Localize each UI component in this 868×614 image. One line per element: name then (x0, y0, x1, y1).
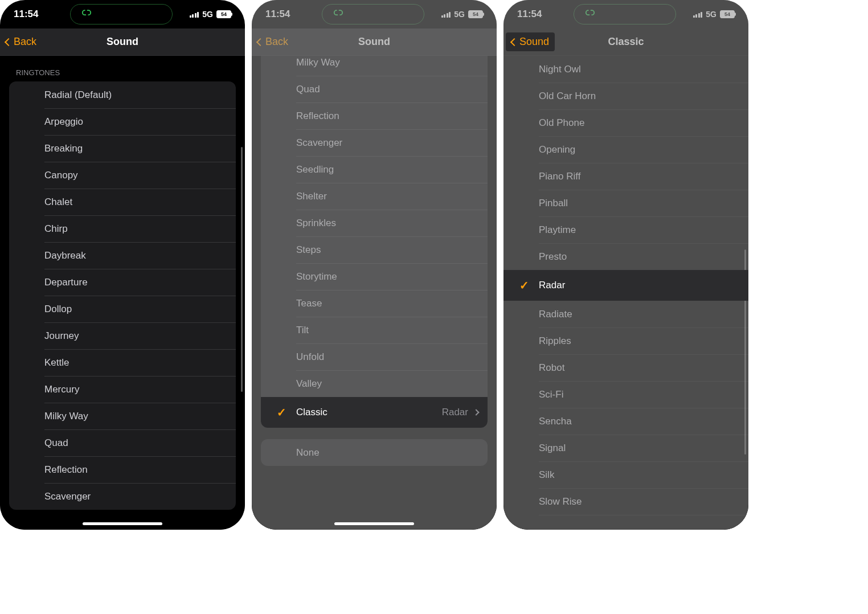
list-item[interactable]: Valley (261, 370, 488, 397)
list-item[interactable]: Radiate (503, 301, 748, 328)
status-bar: 11:54 5G 54 (503, 0, 748, 28)
list-item[interactable]: Storytime (261, 263, 488, 290)
list-item[interactable]: Pinball (503, 190, 748, 216)
list-item[interactable]: Night Owl (503, 56, 748, 83)
list-item[interactable]: Playtime (503, 216, 748, 243)
list-item[interactable]: Tilt (261, 317, 488, 343)
list-item-none[interactable]: None (261, 439, 488, 466)
back-button[interactable]: Sound (506, 32, 555, 51)
back-button[interactable]: Back (0, 36, 42, 48)
chevron-left-icon (5, 38, 13, 46)
back-button[interactable]: Back (252, 36, 294, 48)
list-item[interactable]: Signal (503, 435, 748, 461)
home-indicator[interactable] (83, 522, 162, 525)
content-area: RINGTONES Radial (Default) Arpeggio Brea… (0, 56, 245, 530)
page-title: Sound (358, 36, 390, 48)
list-item[interactable]: Departure (9, 269, 236, 296)
chevron-left-icon (510, 38, 518, 46)
page-title: Sound (107, 36, 138, 48)
list-item[interactable]: Quad (9, 429, 236, 456)
chevron-right-icon (473, 409, 479, 415)
phone-panel-1: 11:54 5G 54 Back Sound RINGTONES Radial … (0, 0, 245, 530)
nav-bar: Back Sound (252, 28, 497, 56)
list-item[interactable]: Seedling (261, 156, 488, 183)
list-item[interactable]: Breaking (9, 135, 236, 162)
list-item[interactable]: Piano Riff (503, 163, 748, 190)
list-item[interactable]: Chirp (9, 215, 236, 242)
list-item[interactable]: Reflection (9, 456, 236, 483)
list-item[interactable]: Journey (9, 322, 236, 349)
list-item[interactable]: Sprinkles (261, 210, 488, 236)
signal-icon (190, 11, 199, 18)
section-header: RINGTONES (0, 56, 245, 81)
status-bar: 11:54 5G 54 (252, 0, 497, 28)
list-item[interactable]: Mercury (9, 376, 236, 403)
list-item[interactable]: Sci-Fi (503, 381, 748, 408)
list-item-selected[interactable]: ✓ Radar (503, 270, 748, 301)
dynamic-island[interactable] (70, 4, 173, 24)
signal-icon (441, 11, 451, 18)
battery-icon: 54 (468, 10, 483, 18)
list-item[interactable]: Unfold (261, 343, 488, 370)
list-item[interactable]: Reflection (261, 103, 488, 129)
phone-panel-2: 11:54 5G 54 Back Sound Milky Way Quad Re… (252, 0, 497, 530)
nav-bar: Back Sound (0, 28, 245, 56)
home-indicator[interactable] (334, 522, 414, 525)
phone-panel-3: 11:54 5G 54 Sound Classic Night Owl Old … (503, 0, 748, 530)
back-label: Back (265, 36, 288, 48)
list-item[interactable]: Tease (261, 290, 488, 317)
list-item[interactable]: Radial (Default) (9, 81, 236, 108)
list-item[interactable]: Ripples (503, 328, 748, 354)
list-item[interactable]: Quad (261, 76, 488, 103)
list-item[interactable]: Dollop (9, 296, 236, 322)
list-item[interactable]: Slow Rise (503, 488, 748, 515)
dynamic-island[interactable] (574, 4, 676, 24)
list-item[interactable]: Chalet (9, 189, 236, 215)
status-time: 11:54 (265, 9, 305, 20)
none-group: None (261, 439, 488, 466)
network-label: 5G (202, 10, 213, 19)
content-area: Night Owl Old Car Horn Old Phone Opening… (503, 56, 748, 530)
ringtone-list: Milky Way Quad Reflection Scavenger Seed… (261, 56, 488, 428)
list-item[interactable]: Arpeggio (9, 108, 236, 135)
link-icon (333, 9, 344, 21)
scroll-indicator[interactable] (241, 147, 243, 392)
back-label: Sound (519, 36, 549, 48)
link-icon (81, 9, 92, 21)
signal-icon (693, 11, 703, 18)
chevron-left-icon (256, 38, 264, 46)
list-item[interactable]: Opening (503, 136, 748, 163)
ringtone-list: Radial (Default) Arpeggio Breaking Canop… (9, 81, 236, 510)
list-item[interactable]: Kettle (9, 349, 236, 376)
list-item[interactable]: Robot (503, 354, 748, 381)
page-title: Classic (608, 36, 644, 48)
network-label: 5G (454, 10, 465, 19)
nav-bar: Sound Classic (503, 28, 748, 56)
list-item-classic[interactable]: ✓ Classic Radar (261, 397, 488, 428)
battery-icon: 54 (216, 10, 231, 18)
checkmark-icon: ✓ (277, 406, 286, 419)
checkmark-icon: ✓ (519, 279, 529, 292)
status-time: 11:54 (517, 9, 557, 20)
list-item[interactable]: Steps (261, 236, 488, 263)
network-label: 5G (706, 10, 716, 19)
list-item[interactable]: Milky Way (9, 403, 236, 429)
list-item[interactable]: Silk (503, 461, 748, 488)
list-item[interactable]: Presto (503, 243, 748, 270)
content-area: Milky Way Quad Reflection Scavenger Seed… (252, 56, 497, 530)
list-item[interactable]: Sencha (503, 408, 748, 435)
row-detail: Radar (442, 407, 468, 418)
battery-icon: 54 (720, 10, 735, 18)
list-item[interactable]: Scavenger (261, 129, 488, 156)
back-label: Back (14, 36, 36, 48)
list-item[interactable]: Old Phone (503, 109, 748, 136)
dynamic-island[interactable] (322, 4, 424, 24)
list-item[interactable]: Canopy (9, 162, 236, 189)
list-item[interactable]: Scavenger (9, 483, 236, 510)
list-item[interactable]: Milky Way (261, 56, 488, 76)
list-item[interactable]: Shelter (261, 183, 488, 210)
status-bar: 11:54 5G 54 (0, 0, 245, 28)
link-icon (584, 9, 596, 21)
list-item[interactable]: Old Car Horn (503, 83, 748, 109)
list-item[interactable]: Daybreak (9, 242, 236, 269)
